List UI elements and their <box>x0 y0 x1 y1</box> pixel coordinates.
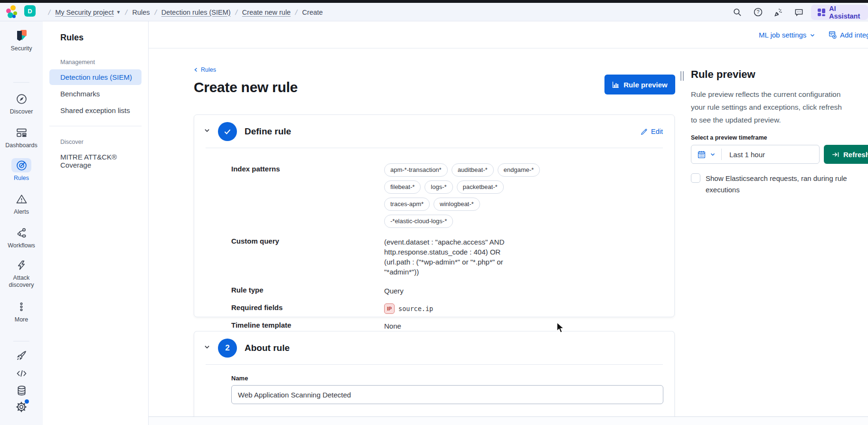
breadcrumb-create: Create <box>302 9 323 16</box>
rail-label: More <box>15 316 28 323</box>
chevron-down-icon: ▼ <box>116 9 121 15</box>
breadcrumb: / My Security project ▼ / Rules / Detect… <box>44 3 323 21</box>
rules-sidebar: Rules Management Detection rules (SIEM) … <box>43 21 149 425</box>
rail-label: Discover <box>10 108 33 115</box>
add-integrations-link[interactable]: Add integrations <box>829 21 868 48</box>
sidebar-item-mitre-coverage[interactable]: MITRE ATT&CK® Coverage <box>49 149 142 173</box>
rail-label: Dashboards <box>5 142 37 149</box>
timeframe-control: Last 1 hour <box>691 145 820 164</box>
edit-define-rule-link[interactable]: Edit <box>641 128 663 135</box>
about-rule-step: 2 About rule Name <box>194 331 675 417</box>
field-label-custom-query: Custom query <box>231 237 384 277</box>
breadcrumb-create-new-rule[interactable]: Create new rule <box>242 9 291 16</box>
breadcrumb-separator: / <box>47 8 51 16</box>
feedback-chat-icon[interactable] <box>791 5 807 19</box>
horizontal-scrollbar-track[interactable] <box>149 416 868 425</box>
index-pattern-chip: -*elastic-cloud-logs-* <box>384 215 453 228</box>
sidebar-item-discover[interactable]: Discover <box>0 92 43 115</box>
sidebar-section-heading: Discover <box>60 139 148 145</box>
chevron-down-icon <box>710 151 716 157</box>
bar-chart-icon <box>612 81 619 88</box>
rail-label: Attackdiscovery <box>9 274 34 289</box>
step-title: Define rule <box>245 126 633 137</box>
breadcrumb-separator: / <box>125 8 129 16</box>
integrations-icon <box>829 31 837 39</box>
ai-assistant-button[interactable]: AI Assistant <box>811 5 868 20</box>
date-picker-button[interactable] <box>691 151 721 159</box>
page-toolbar: ML job settings Add integrations <box>149 21 868 48</box>
refresh-icon <box>832 151 839 158</box>
project-badge[interactable]: D <box>24 5 36 17</box>
collapse-chevron-icon[interactable] <box>204 344 210 352</box>
rule-preview-panel: Rule preview Rule preview reflects the c… <box>691 68 868 196</box>
rule-name-input[interactable] <box>231 385 663 404</box>
sidebar-item-detection-rules[interactable]: Detection rules (SIEM) <box>49 69 142 85</box>
field-label-index-patterns: Index patterns <box>231 165 384 228</box>
index-pattern-chip: apm-*-transaction* <box>384 163 448 177</box>
breadcrumb-separator: / <box>235 8 238 16</box>
bolt-icon <box>11 258 31 272</box>
index-pattern-chip: packetbeat-* <box>457 180 504 194</box>
database-icon <box>16 385 27 398</box>
panel-resize-handle[interactable] <box>680 71 684 81</box>
breadcrumb-rules[interactable]: Rules <box>132 9 150 16</box>
rule-type-value: Query <box>384 286 546 296</box>
sidebar-item-rules[interactable]: Rules <box>0 158 43 182</box>
chevron-down-icon <box>810 32 815 38</box>
collapse-chevron-icon[interactable] <box>204 127 210 136</box>
rules-icon <box>11 158 31 172</box>
dev-tools-link[interactable] <box>0 368 43 381</box>
sidebar-item-dashboards[interactable]: Dashboards <box>0 125 43 149</box>
ip-field-type-icon: IP <box>384 303 395 314</box>
ml-job-settings-link[interactable]: ML job settings <box>759 21 815 48</box>
notification-dot <box>25 399 29 404</box>
panel-description: Rule preview reflects the current config… <box>691 88 868 126</box>
index-patterns-chips: apm-*-transaction* auditbeat-* endgame-*… <box>384 163 541 228</box>
sidebar-section-heading: Management <box>60 59 148 66</box>
rail-label: Alerts <box>14 208 29 216</box>
timeframe-label: Select a preview timeframe <box>691 134 868 141</box>
elastic-logo[interactable] <box>6 5 19 19</box>
page-title: Create new rule <box>194 79 298 95</box>
refresh-button[interactable]: Refresh <box>824 145 868 164</box>
show-requests-checkbox[interactable] <box>691 173 700 183</box>
breadcrumb-detection-rules[interactable]: Detection rules (SIEM) <box>161 9 231 16</box>
step-complete-icon <box>218 122 237 141</box>
help-icon[interactable]: ? <box>750 5 766 19</box>
search-icon[interactable] <box>729 5 745 19</box>
news-feed-icon[interactable] <box>770 5 786 19</box>
breadcrumb-separator: / <box>294 8 298 16</box>
global-header: D / My Security project ▼ / Rules / Dete… <box>0 3 868 21</box>
sidebar-item-more[interactable]: More <box>0 300 43 323</box>
dashboards-icon <box>11 125 31 140</box>
settings-link[interactable] <box>0 401 43 415</box>
index-pattern-chip: winlogbeat-* <box>434 198 480 211</box>
required-field-value: source.ip <box>398 304 433 314</box>
breadcrumb-project[interactable]: My Security project <box>55 9 113 16</box>
field-label-rule-type: Rule type <box>231 286 384 296</box>
sidebar-item-attack-discovery[interactable]: Attackdiscovery <box>0 258 43 289</box>
chevron-left-icon <box>194 67 198 72</box>
rail-label: Security <box>10 45 32 52</box>
index-pattern-chip: auditbeat-* <box>452 163 494 177</box>
index-pattern-chip: logs-* <box>425 180 453 194</box>
back-to-rules-link[interactable]: Rules <box>194 66 216 73</box>
rule-preview-button[interactable]: Rule preview <box>604 75 675 94</box>
timeline-template-value: None <box>384 321 546 331</box>
sidebar-item-security[interactable]: Security <box>0 28 43 52</box>
sidebar-item-alerts[interactable]: Alerts <box>0 192 43 216</box>
more-dots-icon <box>11 300 31 314</box>
stack-management-link[interactable] <box>0 385 43 398</box>
show-requests-checkbox-label[interactable]: Show Elasticsearch requests, ran during … <box>706 173 862 196</box>
workflows-icon <box>11 226 31 240</box>
sidebar-item-shared-exception-lists[interactable]: Shared exception lists <box>49 103 142 118</box>
sidebar-item-workflows[interactable]: Workflows <box>0 226 43 249</box>
elastic-security-app: D / My Security project ▼ / Rules / Dete… <box>0 0 868 425</box>
index-pattern-chip: filebeat-* <box>384 180 421 194</box>
code-icon <box>16 368 27 381</box>
sidebar-item-benchmarks[interactable]: Benchmarks <box>49 86 142 102</box>
timeframe-value[interactable]: Last 1 hour <box>722 151 773 159</box>
getting-started-link[interactable] <box>0 350 43 363</box>
rocket-icon <box>16 350 27 363</box>
warning-triangle-icon <box>11 192 31 206</box>
